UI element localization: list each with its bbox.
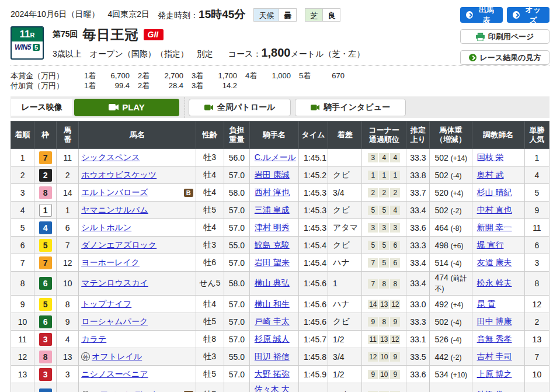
entry-table-button[interactable]: 出馬表 bbox=[460, 7, 503, 23]
horse-number: 3 bbox=[57, 366, 79, 383]
margin: ハナ bbox=[328, 383, 362, 392]
corner-1: 1 bbox=[368, 171, 378, 180]
trainer-link[interactable]: 新開 幸一 bbox=[477, 223, 512, 232]
turf-value: 良 bbox=[322, 9, 340, 21]
jockey-link[interactable]: 鮫島 克駿 bbox=[255, 240, 290, 249]
jockey-link[interactable]: 岩田 望来 bbox=[255, 258, 290, 267]
finish-position: 10 bbox=[11, 313, 34, 331]
race-number-suffix: R bbox=[30, 32, 35, 39]
trainer-link[interactable]: 吉村 圭司 bbox=[477, 352, 512, 361]
table-row: 12 8 13 外オフトレイル 牡3 55.0 田辺 裕信 1:45.8 3/4… bbox=[11, 348, 549, 366]
horse-number: 14 bbox=[57, 184, 79, 202]
col-margin: 着差 bbox=[328, 122, 362, 149]
sex-age: 牡4 bbox=[196, 296, 224, 313]
odds-button[interactable]: オッズ bbox=[507, 7, 549, 23]
win-popularity: 12 bbox=[524, 296, 549, 313]
frame-badge: 8 bbox=[39, 351, 52, 363]
win-popularity: 10 bbox=[524, 366, 549, 383]
horse-link[interactable]: エルトンバローズ bbox=[81, 188, 148, 198]
body-weight: 502 (+14) bbox=[430, 149, 472, 166]
jockey-link[interactable]: 三浦 皇成 bbox=[255, 205, 290, 214]
body-weight: 474 (前計不) bbox=[430, 272, 472, 296]
body-weight: 526 (-4) bbox=[430, 331, 472, 348]
jockey-link[interactable]: 岩田 康誠 bbox=[255, 170, 290, 179]
horse-link[interactable]: ローシャムパーク bbox=[81, 317, 148, 327]
trainer-link[interactable]: 国枝 栄 bbox=[477, 152, 504, 162]
horse-link[interactable]: マテンロウスカイ bbox=[81, 278, 148, 289]
jockey-link[interactable]: C.ルメール bbox=[255, 152, 296, 162]
win5-badge: WIN5 5 bbox=[12, 41, 43, 53]
jockey-link[interactable]: 西村 淳也 bbox=[255, 188, 290, 197]
time: 1:45.8 bbox=[299, 348, 328, 366]
trainer-link[interactable]: 上原 博之 bbox=[477, 369, 512, 379]
race-conditions: 3歳以上 オープン（国際）（指定） 別定 bbox=[53, 49, 213, 60]
horse-number: 10 bbox=[57, 272, 79, 296]
trainer-link[interactable]: 音無 秀孝 bbox=[477, 334, 512, 344]
trainer-link[interactable]: 奥村 武 bbox=[477, 170, 504, 179]
jockey-link[interactable]: 大野 拓弥 bbox=[255, 369, 290, 379]
chevron-circle-icon bbox=[466, 11, 473, 19]
print-page-button[interactable]: 印刷用ページ bbox=[460, 29, 549, 44]
horse-link[interactable]: ホウオウビスケッツ bbox=[81, 170, 156, 181]
horse-link[interactable]: シルトホルン bbox=[81, 223, 131, 233]
meeting-info: 4回東京2日 bbox=[108, 9, 150, 20]
margin: クビ bbox=[328, 166, 362, 184]
horse-number: 8 bbox=[57, 296, 79, 313]
corner-order: 333 bbox=[362, 219, 406, 237]
trainer-link[interactable]: 中村 直也 bbox=[477, 205, 512, 214]
jockey-link[interactable]: 横山 和生 bbox=[255, 299, 290, 308]
horse-link[interactable]: カラテ bbox=[81, 334, 106, 345]
trainer-link[interactable]: 杉山 晴紀 bbox=[477, 188, 512, 197]
course-label: コース： bbox=[228, 49, 262, 60]
carried-weight: 57.0 bbox=[224, 383, 249, 392]
jockey-link[interactable]: 佐々木 大輔 bbox=[255, 384, 290, 392]
patrol-video-button[interactable]: 全周パトロール bbox=[189, 99, 291, 116]
prize-amount: 28.4 bbox=[156, 81, 183, 91]
odds-label: オッズ bbox=[523, 5, 544, 26]
corner-order: 121212 bbox=[362, 383, 406, 392]
horse-link[interactable]: ニシノスーベニア bbox=[81, 369, 148, 380]
trainer-link[interactable]: 昆 貢 bbox=[477, 299, 496, 308]
finish-position: 3 bbox=[11, 184, 34, 202]
jockey-link[interactable]: 戸崎 圭太 bbox=[255, 317, 290, 326]
win-popularity: 7 bbox=[524, 348, 549, 366]
frame-badge: 6 bbox=[39, 277, 52, 290]
carried-weight: 55.0 bbox=[224, 348, 249, 366]
body-weight: 498 (+6) bbox=[430, 237, 472, 254]
table-row: 7 7 12 ヨーホーレイク 牡6 57.0 岩田 望来 1:45.4 ハナ 7… bbox=[11, 254, 549, 272]
table-row: 2 2 2 ホウオウビスケッツ 牡4 57.0 岩田 康誠 1:45.2 クビ … bbox=[11, 166, 549, 184]
horse-link[interactable]: ヤマニンサルバム bbox=[81, 205, 148, 216]
jockey-link[interactable]: 津村 明秀 bbox=[255, 223, 290, 232]
results-guide-button[interactable]: レース結果の見方 bbox=[460, 50, 549, 65]
win-popularity: 8 bbox=[524, 272, 549, 296]
trainer-link[interactable]: 友道 康夫 bbox=[477, 258, 512, 267]
trainer-link[interactable]: 池添 学 bbox=[477, 390, 504, 392]
corner-2: 5 bbox=[379, 258, 389, 268]
horse-link[interactable]: シックスペンス bbox=[81, 152, 140, 163]
corner-3: 3 bbox=[390, 223, 400, 233]
horse-link[interactable]: ヨーホーレイク bbox=[81, 258, 140, 268]
col-finish-position: 着順 bbox=[11, 122, 34, 149]
finish-position: 12 bbox=[11, 348, 34, 366]
trainer-link[interactable]: 田中 博康 bbox=[477, 317, 512, 326]
corner-3: 9 bbox=[390, 370, 400, 379]
jockey-link[interactable]: 杉原 誠人 bbox=[255, 334, 290, 344]
corner-order: 111 bbox=[362, 166, 406, 184]
corner-1: 3 bbox=[368, 223, 378, 233]
jockey-link[interactable]: 横山 典弘 bbox=[255, 278, 290, 287]
horse-link[interactable]: トップナイフ bbox=[81, 299, 131, 310]
jockey-link[interactable]: 田辺 裕信 bbox=[255, 352, 290, 361]
frame-badge: 6 bbox=[39, 315, 52, 328]
trainer-link[interactable]: 堀 宣行 bbox=[477, 240, 504, 249]
trainer-link[interactable]: 松永 幹夫 bbox=[477, 278, 512, 287]
start-time-value: 15時45分 bbox=[199, 8, 245, 20]
horse-link[interactable]: ダノンエアズロック bbox=[81, 240, 156, 251]
margin: 1 bbox=[328, 272, 362, 296]
play-button[interactable]: PLAY bbox=[74, 99, 179, 116]
jockey-interview-button[interactable]: 騎手インタビュー bbox=[295, 99, 406, 116]
horse-link[interactable]: オフトレイル bbox=[92, 352, 142, 362]
corner-3: 9 bbox=[390, 317, 400, 327]
horse-link[interactable]: エアファンディタ bbox=[92, 390, 159, 392]
print-page-label: 印刷用ページ bbox=[488, 32, 534, 42]
turf-label: 芝 bbox=[305, 9, 322, 21]
